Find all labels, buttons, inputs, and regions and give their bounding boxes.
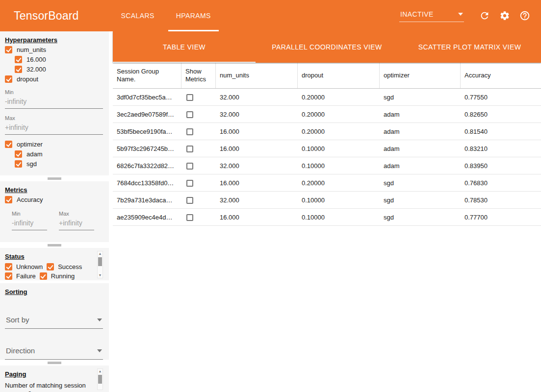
reload-status-value: INACTIVE: [400, 10, 434, 18]
hyperparameters-title: Hyperparameters: [5, 36, 103, 44]
session-group-name[interactable]: 6826c7fa3322d82…: [113, 162, 181, 170]
scroll-up-icon[interactable]: ▲: [98, 251, 103, 256]
help-button[interactable]: [518, 9, 531, 22]
show-metrics-cell: [181, 145, 216, 152]
dropout-min-input[interactable]: [5, 95, 103, 109]
metric-min-label: Min: [12, 211, 47, 217]
status-option-running[interactable]: Running: [40, 272, 75, 280]
show-metrics-checkbox[interactable]: [186, 146, 193, 152]
tab-parallel-coordinates-view[interactable]: PARALLEL COORDINATES VIEW: [256, 31, 398, 63]
dropout-value: 0.10000: [298, 214, 380, 221]
refresh-button[interactable]: [478, 9, 491, 22]
dropout-max-input[interactable]: [5, 121, 103, 135]
table-row: 7b29a731e3daca… 32.000 0.10000 sgd 0.785…: [113, 192, 541, 209]
session-group-name[interactable]: 3df0d7cf35bec5a…: [113, 94, 181, 101]
hparam-value-16[interactable]: 16.000: [15, 56, 103, 63]
paging-scrollbar[interactable]: ▲: [97, 368, 103, 390]
dropout-value: 0.10000: [298, 162, 380, 170]
accuracy-value: 0.77700: [461, 214, 541, 221]
sorting-section: Sorting Sort by Direction: [0, 283, 109, 360]
optimizer-value: adam: [380, 145, 461, 152]
hparam-value-adam[interactable]: adam: [15, 150, 103, 158]
drag-handle[interactable]: [48, 244, 61, 246]
drag-handle[interactable]: [48, 362, 61, 364]
checkbox-checked-icon[interactable]: [40, 272, 47, 280]
column-header-optimizer: optimizer: [380, 63, 461, 88]
reload-status-select[interactable]: INACTIVE: [399, 9, 464, 22]
num-units-value: 16.000: [216, 128, 298, 135]
checkbox-checked-icon[interactable]: [5, 75, 12, 83]
session-group-name[interactable]: 3ec2aed9e07589f…: [113, 111, 181, 118]
hparam-dropout[interactable]: dropout: [5, 75, 103, 83]
session-group-name[interactable]: ae235909ec4e4d…: [113, 214, 181, 221]
table-row: 3ec2aed9e07589f… 32.000 0.20000 adam 0.8…: [113, 106, 541, 123]
section-splitter: [0, 360, 109, 366]
hparam-optimizer[interactable]: optimizer: [5, 141, 103, 148]
hyperparameters-section: Hyperparameters num_units 16.000 32.000 …: [0, 31, 109, 175]
show-metrics-checkbox[interactable]: [186, 111, 193, 118]
checkbox-checked-icon[interactable]: [5, 196, 12, 203]
status-scrollbar[interactable]: ▲ ▼: [97, 251, 103, 278]
direction-value: Direction: [6, 346, 35, 355]
checkbox-checked-icon[interactable]: [5, 263, 12, 270]
status-title: Status: [5, 253, 103, 260]
session-group-name[interactable]: 53bf5bece9190fa…: [113, 128, 181, 135]
dropout-value: 0.20000: [298, 128, 380, 135]
status-option-success[interactable]: Success: [47, 263, 82, 270]
hparam-value-adam-label: adam: [26, 150, 43, 158]
scroll-up-icon[interactable]: ▲: [98, 369, 103, 374]
checkbox-checked-icon[interactable]: [47, 263, 54, 270]
show-metrics-cell: [181, 110, 216, 118]
checkbox-checked-icon[interactable]: [5, 141, 12, 148]
scrollbar-thumb[interactable]: [98, 257, 102, 266]
app-title: TensorBoard: [14, 9, 79, 23]
metric-max-input[interactable]: [59, 217, 94, 230]
metric-accuracy[interactable]: Accuracy: [5, 196, 103, 203]
hparam-value-32[interactable]: 32.000: [15, 66, 103, 73]
chevron-down-icon: [97, 318, 102, 321]
show-metrics-cell: [181, 162, 216, 170]
session-group-name[interactable]: 7b29a731e3daca…: [113, 196, 181, 204]
sort-by-select[interactable]: Sort by: [5, 313, 103, 329]
num-units-value: 32.000: [216, 111, 298, 118]
hparam-num-units[interactable]: num_units: [5, 46, 103, 53]
top-nav-tabs: SCALARS HPARAMS: [110, 0, 222, 31]
checkbox-checked-icon[interactable]: [15, 160, 22, 168]
direction-select[interactable]: Direction: [5, 344, 103, 360]
metric-accuracy-label: Accuracy: [17, 196, 43, 203]
scroll-down-icon[interactable]: ▼: [98, 273, 103, 278]
show-metrics-checkbox[interactable]: [186, 163, 193, 170]
drag-handle[interactable]: [48, 177, 61, 180]
settings-button[interactable]: [498, 9, 511, 22]
table-row: 6826c7fa3322d82… 32.000 0.10000 adam 0.8…: [113, 157, 541, 174]
checkbox-checked-icon[interactable]: [15, 56, 22, 63]
tab-table-view[interactable]: TABLE VIEW: [113, 31, 256, 63]
metric-min-input[interactable]: [12, 217, 47, 230]
show-metrics-checkbox[interactable]: [186, 180, 193, 187]
hparam-value-sgd[interactable]: sgd: [15, 160, 103, 168]
status-section: Status Unknown Success Failure Running ▲…: [0, 248, 109, 280]
tab-scatter-plot-matrix-view[interactable]: SCATTER PLOT MATRIX VIEW: [398, 31, 541, 63]
checkbox-checked-icon[interactable]: [15, 150, 22, 158]
session-group-name[interactable]: 5b97f3c2967245b…: [113, 145, 181, 152]
tab-scalars[interactable]: SCALARS: [110, 0, 165, 31]
hparam-dropout-label: dropout: [17, 75, 38, 83]
checkbox-checked-icon[interactable]: [5, 46, 12, 53]
show-metrics-checkbox[interactable]: [186, 197, 193, 204]
status-option-unknown[interactable]: Unknown: [5, 263, 43, 270]
checkbox-checked-icon[interactable]: [5, 272, 12, 280]
table-row: 53bf5bece9190fa… 16.000 0.20000 adam 0.8…: [113, 123, 541, 140]
status-option-failure[interactable]: Failure: [5, 272, 36, 280]
num-units-value: 32.000: [216, 196, 298, 204]
show-metrics-checkbox[interactable]: [186, 94, 193, 101]
dropout-min-label: Min: [5, 89, 103, 95]
checkbox-checked-icon[interactable]: [15, 66, 22, 73]
optimizer-value: adam: [380, 128, 461, 135]
tab-hparams[interactable]: HPARAMS: [165, 0, 222, 31]
scrollbar-thumb[interactable]: [98, 375, 102, 384]
metric-max-field: Max: [59, 204, 94, 230]
column-header-session-group-name: Session Group Name.: [113, 63, 181, 88]
session-group-name[interactable]: 7684dcc13358fd0…: [113, 179, 181, 187]
show-metrics-checkbox[interactable]: [186, 214, 193, 221]
show-metrics-checkbox[interactable]: [186, 128, 193, 135]
